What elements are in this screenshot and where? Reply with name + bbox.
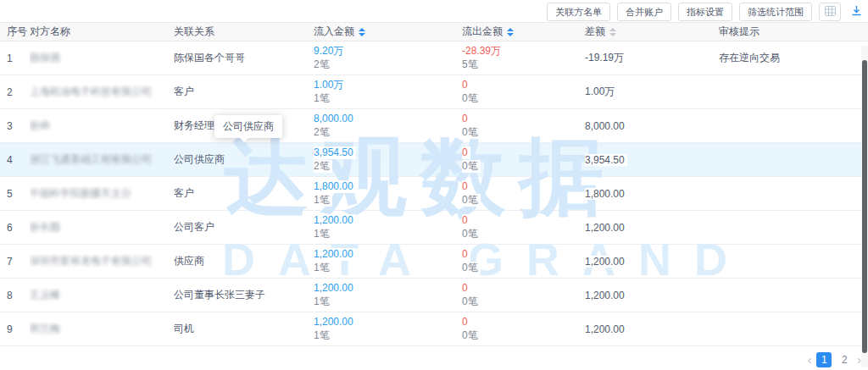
counterparty-name: 孙帅	[30, 119, 50, 131]
relation-cell: 陈保国各个哥哥	[174, 51, 314, 65]
difference-value: 1.00万	[585, 86, 617, 97]
inflow-cell: 8,000.002笔	[314, 113, 462, 139]
scrollbar-thumb[interactable]	[862, 60, 867, 353]
row-index: 8	[7, 290, 30, 301]
row-index: 3	[7, 120, 30, 132]
column-header-diff[interactable]: 差额	[585, 25, 719, 39]
outflow-cell: 00笔	[462, 214, 585, 240]
relation-cell: 公司供应商	[174, 152, 314, 167]
page-2[interactable]: 2	[837, 352, 852, 367]
inflow-count: 2笔	[314, 160, 332, 173]
table-row[interactable]: 8王义峰公司董事长张三妻子1,200.001笔00笔1,200.00	[0, 279, 868, 312]
column-label: 流入金额	[314, 25, 354, 39]
inflow-cell: 1,200.001笔	[314, 248, 462, 274]
table-row[interactable]: 6孙长园公司客户1,200.001笔00笔1,200.00	[0, 211, 868, 245]
inflow-cell: 1,200.001笔	[314, 282, 462, 308]
table-row[interactable]: 1陈保德陈保国各个哥哥9.20万2笔-28.39万5笔-19.19万存在逆向交易	[0, 41, 868, 75]
inflow-cell: 1,800.001笔	[314, 180, 462, 207]
column-label: 序号	[7, 25, 27, 39]
difference-value: 1,200.00	[585, 323, 627, 335]
difference-cell: 1,200.00	[585, 256, 719, 268]
row-index: 9	[7, 323, 30, 335]
outflow-cell: 00笔	[462, 248, 585, 274]
toolbar-button-3[interactable]: 筛选统计范围	[739, 3, 812, 21]
outflow-amount: 0	[462, 214, 470, 227]
difference-cell: 3,954.50	[585, 154, 719, 166]
column-label: 关联关系	[174, 25, 214, 39]
outflow-amount: 0	[462, 248, 470, 261]
inflow-amount: 1,800.00	[314, 180, 356, 193]
sort-icon[interactable]	[609, 28, 616, 36]
table-row[interactable]: 3孙帅财务经理8,000.002笔00笔8,000.00	[0, 109, 868, 143]
column-label: 审核提示	[719, 25, 760, 39]
counterparty-name-cell: 王义峰	[30, 288, 174, 302]
outflow-amount: 0	[462, 113, 470, 125]
download-icon	[851, 4, 862, 19]
pagination-pages: 12	[816, 352, 852, 367]
difference-cell: 1,200.00	[585, 222, 719, 234]
column-header-index: 序号	[7, 25, 30, 39]
counterparty-name: 浙江飞通基础工程有限公司	[30, 153, 152, 165]
counterparty-name: 中国科学院新疆天文台	[30, 187, 131, 199]
table-row[interactable]: 2上海机油电子科技有限公司客户1.00万1笔00笔1.00万	[0, 75, 868, 109]
audit-hint: 存在逆向交易	[719, 51, 868, 65]
column-label: 流出金额	[462, 25, 503, 39]
column-header-outflow[interactable]: 流出金额	[462, 25, 585, 39]
inflow-count: 2笔	[314, 58, 332, 71]
page-1[interactable]: 1	[816, 352, 832, 367]
counterparty-name: 陈保德	[30, 52, 60, 64]
inflow-amount: 9.20万	[314, 45, 346, 58]
pagination: ‹ 12 ›	[808, 352, 861, 367]
outflow-cell: -28.39万5笔	[462, 45, 585, 71]
column-label: 差额	[585, 25, 605, 39]
toolbar-button-1[interactable]: 合并账户	[617, 3, 671, 21]
outflow-cell: 00笔	[462, 113, 585, 139]
outflow-count: 0笔	[462, 126, 481, 139]
inflow-cell: 1.00万1笔	[314, 79, 462, 105]
download-button[interactable]	[848, 3, 865, 21]
table-row[interactable]: 9郑兰梅司机1,200.001笔00笔1,200.00	[0, 312, 868, 346]
sort-icon[interactable]	[359, 28, 365, 36]
table-row[interactable]: 5中国科学院新疆天文台客户1,800.001笔00笔1,800.00	[0, 177, 868, 211]
column-label: 对方名称	[30, 25, 70, 39]
inflow-count: 1笔	[314, 194, 332, 207]
counterparty-name-cell: 陈保德	[30, 51, 174, 65]
inflow-cell: 3,954.502笔	[314, 146, 462, 173]
difference-value: 1,200.00	[585, 222, 627, 234]
table-row[interactable]: 4浙江飞通基础工程有限公司公司供应商3,954.502笔00笔3,954.50	[0, 143, 868, 177]
outflow-amount: 0	[462, 79, 470, 91]
toolbar-button-0[interactable]: 关联方名单	[547, 3, 610, 21]
grid-icon	[825, 4, 836, 19]
table-row[interactable]: 7深圳市富裕龙电子有限公司供应商1,200.001笔00笔1,200.00	[0, 245, 868, 279]
inflow-cell: 1,200.001笔	[314, 316, 462, 342]
counterparty-name-cell: 郑兰梅	[30, 322, 174, 336]
inflow-amount: 1.00万	[314, 79, 346, 91]
relation-cell: 公司客户	[174, 220, 314, 235]
sort-icon[interactable]	[507, 28, 514, 36]
table-layout-button[interactable]	[819, 3, 841, 21]
column-header-inflow[interactable]: 流入金额	[314, 25, 462, 39]
outflow-count: 0笔	[462, 92, 481, 105]
outflow-cell: 00笔	[462, 316, 585, 342]
row-index: 5	[7, 188, 30, 200]
inflow-count: 1笔	[314, 329, 332, 342]
difference-cell: -19.19万	[585, 51, 719, 65]
outflow-count: 0笔	[462, 262, 481, 274]
difference-value: -19.19万	[585, 52, 626, 64]
inflow-amount: 8,000.00	[314, 113, 356, 125]
inflow-amount: 1,200.00	[314, 316, 356, 329]
inflow-count: 1笔	[314, 295, 332, 308]
relation-cell: 公司董事长张三妻子	[174, 288, 314, 302]
counterparty-name: 王义峰	[30, 289, 60, 301]
next-page-icon[interactable]: ›	[857, 352, 861, 367]
outflow-amount: 0	[462, 146, 470, 159]
toolbar-button-2[interactable]: 指标设置	[678, 3, 732, 21]
outflow-amount: 0	[462, 180, 470, 193]
prev-page-icon[interactable]: ‹	[808, 352, 812, 367]
column-header-hint: 审核提示	[719, 25, 868, 39]
counterparty-name: 上海机油电子科技有限公司	[30, 86, 152, 97]
outflow-amount: 0	[462, 316, 470, 329]
outflow-cell: 00笔	[462, 146, 585, 173]
column-header-relation: 关联关系	[174, 25, 314, 39]
outflow-count: 0笔	[462, 228, 481, 240]
